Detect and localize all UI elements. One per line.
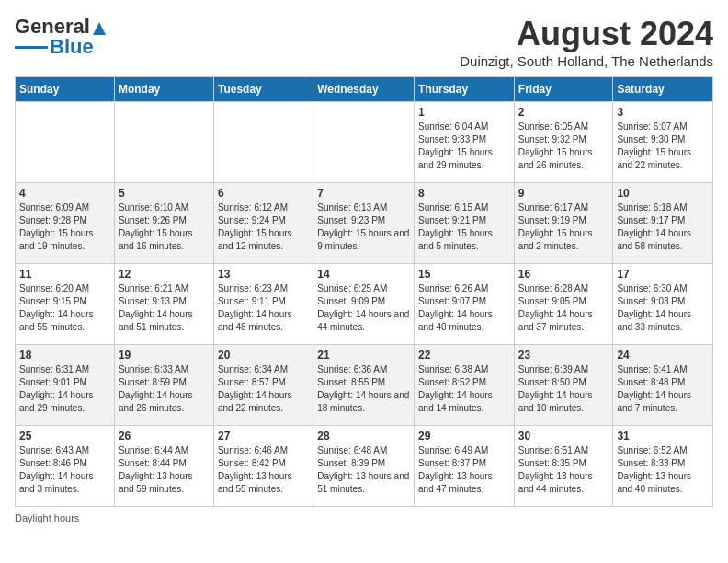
day-number: 24 — [617, 349, 709, 362]
day-number: 4 — [19, 187, 110, 200]
calendar-cell: 9Sunrise: 6:17 AM Sunset: 9:19 PM Daylig… — [514, 183, 613, 264]
day-number: 28 — [317, 430, 410, 442]
day-info: Sunrise: 6:52 AM Sunset: 8:33 PM Dayligh… — [617, 444, 709, 496]
weekday-header: Wednesday — [313, 77, 415, 102]
day-info: Sunrise: 6:21 AM Sunset: 9:13 PM Dayligh… — [119, 282, 210, 334]
day-info: Sunrise: 6:36 AM Sunset: 8:55 PM Dayligh… — [317, 363, 410, 415]
day-number: 23 — [518, 349, 609, 362]
day-info: Sunrise: 6:49 AM Sunset: 8:37 PM Dayligh… — [418, 444, 510, 496]
day-number: 20 — [218, 349, 309, 362]
day-number: 18 — [19, 349, 110, 362]
logo-line — [15, 46, 48, 49]
day-number: 6 — [218, 187, 309, 200]
weekday-header: Sunday — [16, 77, 115, 102]
day-info: Sunrise: 6:48 AM Sunset: 8:39 PM Dayligh… — [317, 444, 410, 496]
day-info: Sunrise: 6:17 AM Sunset: 9:19 PM Dayligh… — [518, 201, 609, 253]
calendar-cell: 6Sunrise: 6:12 AM Sunset: 9:24 PM Daylig… — [213, 183, 313, 264]
day-number: 9 — [518, 187, 609, 200]
day-info: Sunrise: 6:34 AM Sunset: 8:57 PM Dayligh… — [218, 363, 309, 415]
day-info: Sunrise: 6:38 AM Sunset: 8:52 PM Dayligh… — [418, 363, 510, 415]
location: Duinzigt, South Holland, The Netherlands — [460, 53, 713, 69]
calendar-cell: 8Sunrise: 6:15 AM Sunset: 9:21 PM Daylig… — [415, 183, 515, 264]
day-info: Sunrise: 6:31 AM Sunset: 9:01 PM Dayligh… — [19, 363, 110, 415]
day-number: 2 — [518, 106, 609, 119]
logo: General Blue — [15, 15, 108, 59]
day-info: Sunrise: 6:39 AM Sunset: 8:50 PM Dayligh… — [518, 363, 609, 415]
day-number: 19 — [119, 349, 210, 362]
calendar-cell: 5Sunrise: 6:10 AM Sunset: 9:26 PM Daylig… — [114, 183, 213, 264]
calendar-cell: 11Sunrise: 6:20 AM Sunset: 9:15 PM Dayli… — [16, 264, 115, 345]
day-number: 15 — [418, 268, 510, 281]
calendar-cell: 17Sunrise: 6:30 AM Sunset: 9:03 PM Dayli… — [613, 264, 713, 345]
calendar-week-row: 1Sunrise: 6:04 AM Sunset: 9:33 PM Daylig… — [16, 102, 713, 183]
calendar-cell: 26Sunrise: 6:44 AM Sunset: 8:44 PM Dayli… — [114, 426, 213, 507]
day-info: Sunrise: 6:30 AM Sunset: 9:03 PM Dayligh… — [617, 282, 709, 334]
calendar-cell: 27Sunrise: 6:46 AM Sunset: 8:42 PM Dayli… — [213, 426, 313, 507]
day-info: Sunrise: 6:13 AM Sunset: 9:23 PM Dayligh… — [317, 201, 410, 253]
day-info: Sunrise: 6:09 AM Sunset: 9:28 PM Dayligh… — [19, 201, 110, 253]
day-number: 30 — [518, 430, 609, 442]
day-number: 8 — [418, 187, 510, 200]
page-header: General Blue August 2024 Duinzigt, South… — [15, 15, 713, 69]
day-number: 16 — [518, 268, 609, 281]
calendar-cell: 31Sunrise: 6:52 AM Sunset: 8:33 PM Dayli… — [613, 426, 713, 507]
month-year: August 2024 — [460, 15, 713, 53]
day-number: 21 — [317, 349, 410, 362]
calendar-cell — [313, 102, 415, 183]
calendar-cell: 14Sunrise: 6:25 AM Sunset: 9:09 PM Dayli… — [313, 264, 415, 345]
day-number: 10 — [617, 187, 709, 200]
calendar-cell: 24Sunrise: 6:41 AM Sunset: 8:48 PM Dayli… — [613, 345, 713, 426]
calendar-cell: 18Sunrise: 6:31 AM Sunset: 9:01 PM Dayli… — [16, 345, 115, 426]
footer-note: Daylight hours — [15, 512, 713, 523]
day-info: Sunrise: 6:15 AM Sunset: 9:21 PM Dayligh… — [418, 201, 510, 253]
calendar-table: SundayMondayTuesdayWednesdayThursdayFrid… — [15, 76, 713, 507]
day-number: 17 — [617, 268, 709, 281]
day-info: Sunrise: 6:23 AM Sunset: 9:11 PM Dayligh… — [218, 282, 309, 334]
calendar-cell: 3Sunrise: 6:07 AM Sunset: 9:30 PM Daylig… — [613, 102, 713, 183]
day-info: Sunrise: 6:51 AM Sunset: 8:35 PM Dayligh… — [518, 444, 609, 496]
day-info: Sunrise: 6:05 AM Sunset: 9:32 PM Dayligh… — [518, 121, 609, 172]
svg-marker-0 — [93, 22, 106, 35]
calendar-cell — [114, 102, 213, 183]
day-number: 27 — [218, 430, 309, 442]
calendar-cell: 1Sunrise: 6:04 AM Sunset: 9:33 PM Daylig… — [415, 102, 515, 183]
calendar-cell: 19Sunrise: 6:33 AM Sunset: 8:59 PM Dayli… — [114, 345, 213, 426]
day-number: 25 — [19, 430, 110, 442]
calendar-cell: 16Sunrise: 6:28 AM Sunset: 9:05 PM Dayli… — [514, 264, 613, 345]
calendar-cell: 25Sunrise: 6:43 AM Sunset: 8:46 PM Dayli… — [16, 426, 115, 507]
calendar-week-row: 11Sunrise: 6:20 AM Sunset: 9:15 PM Dayli… — [16, 264, 713, 345]
calendar-cell: 15Sunrise: 6:26 AM Sunset: 9:07 PM Dayli… — [415, 264, 515, 345]
day-number: 7 — [317, 187, 410, 200]
logo-blue: Blue — [50, 35, 94, 59]
calendar-cell — [16, 102, 115, 183]
weekday-header: Tuesday — [213, 77, 313, 102]
weekday-header: Friday — [514, 77, 613, 102]
calendar-cell: 4Sunrise: 6:09 AM Sunset: 9:28 PM Daylig… — [16, 183, 115, 264]
calendar-week-row: 25Sunrise: 6:43 AM Sunset: 8:46 PM Dayli… — [16, 426, 713, 507]
day-number: 11 — [19, 268, 110, 281]
calendar-week-row: 18Sunrise: 6:31 AM Sunset: 9:01 PM Dayli… — [16, 345, 713, 426]
day-number: 12 — [119, 268, 210, 281]
day-info: Sunrise: 6:43 AM Sunset: 8:46 PM Dayligh… — [19, 444, 110, 496]
weekday-header: Thursday — [415, 77, 515, 102]
day-number: 26 — [119, 430, 210, 442]
day-info: Sunrise: 6:46 AM Sunset: 8:42 PM Dayligh… — [218, 444, 309, 496]
day-info: Sunrise: 6:41 AM Sunset: 8:48 PM Dayligh… — [617, 363, 709, 415]
calendar-cell: 12Sunrise: 6:21 AM Sunset: 9:13 PM Dayli… — [114, 264, 213, 345]
day-info: Sunrise: 6:25 AM Sunset: 9:09 PM Dayligh… — [317, 282, 410, 334]
day-info: Sunrise: 6:12 AM Sunset: 9:24 PM Dayligh… — [218, 201, 309, 253]
calendar-week-row: 4Sunrise: 6:09 AM Sunset: 9:28 PM Daylig… — [16, 183, 713, 264]
calendar-cell: 10Sunrise: 6:18 AM Sunset: 9:17 PM Dayli… — [613, 183, 713, 264]
day-info: Sunrise: 6:44 AM Sunset: 8:44 PM Dayligh… — [119, 444, 210, 496]
day-info: Sunrise: 6:07 AM Sunset: 9:30 PM Dayligh… — [617, 121, 709, 172]
day-info: Sunrise: 6:26 AM Sunset: 9:07 PM Dayligh… — [418, 282, 510, 334]
day-number: 3 — [617, 106, 709, 119]
day-info: Sunrise: 6:28 AM Sunset: 9:05 PM Dayligh… — [518, 282, 609, 334]
day-info: Sunrise: 6:10 AM Sunset: 9:26 PM Dayligh… — [119, 201, 210, 253]
calendar-cell — [213, 102, 313, 183]
weekday-header: Monday — [114, 77, 213, 102]
calendar-cell: 21Sunrise: 6:36 AM Sunset: 8:55 PM Dayli… — [313, 345, 415, 426]
day-info: Sunrise: 6:33 AM Sunset: 8:59 PM Dayligh… — [119, 363, 210, 415]
calendar-cell: 7Sunrise: 6:13 AM Sunset: 9:23 PM Daylig… — [313, 183, 415, 264]
calendar-cell: 30Sunrise: 6:51 AM Sunset: 8:35 PM Dayli… — [514, 426, 613, 507]
